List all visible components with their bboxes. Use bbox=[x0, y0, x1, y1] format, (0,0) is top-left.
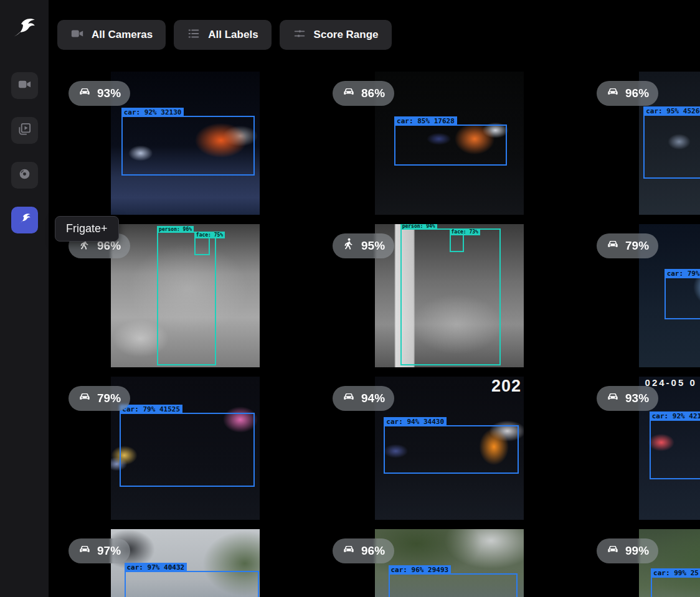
score-range-label: Score Range bbox=[314, 29, 379, 41]
detection-card: car: 79% 41525 79% bbox=[54, 377, 318, 520]
all-cameras-label: All Cameras bbox=[92, 29, 153, 41]
bbox-car: car: 79% 41525 bbox=[120, 413, 255, 487]
filter-bar: All Cameras All Labels Score Range bbox=[57, 20, 392, 50]
score-badge-label: 79% bbox=[97, 391, 121, 406]
bbox-car: car: 92% 4218 bbox=[650, 420, 700, 479]
camera-icon bbox=[17, 77, 32, 94]
car-icon bbox=[342, 390, 356, 407]
score-badge-label: 97% bbox=[97, 543, 121, 558]
detection-card: car: 85% 17628 86% bbox=[318, 72, 582, 215]
score-range-filter-button[interactable]: Score Range bbox=[280, 20, 392, 50]
car-icon bbox=[606, 542, 620, 560]
car-icon bbox=[78, 542, 92, 560]
bbox-car: car: 94% 34430 bbox=[384, 425, 519, 474]
bbox-label: car: 92% 32130 bbox=[121, 108, 184, 117]
sidebar-item-export[interactable] bbox=[11, 162, 38, 189]
score-badge-label: 99% bbox=[625, 543, 649, 558]
car-icon bbox=[606, 237, 620, 255]
detection-thumbnail[interactable]: person: 94%face: 73% bbox=[375, 224, 524, 367]
bbox-label: car: 99% 25 bbox=[651, 568, 700, 578]
bbox-label: car: 95% 45260 bbox=[643, 106, 700, 116]
bbox-label: person: 96% bbox=[157, 226, 194, 233]
camera-icon bbox=[70, 27, 84, 44]
tooltip-text: Frigate+ bbox=[66, 222, 108, 235]
detection-thumbnail[interactable]: car: 97% 40432 bbox=[111, 529, 260, 597]
car-icon bbox=[606, 85, 620, 102]
score-badge: 97% bbox=[69, 538, 130, 563]
detection-card: car: 99% 25 99% bbox=[582, 529, 700, 597]
score-badge: 79% bbox=[69, 386, 130, 411]
detection-card: car: 92% 32130 93% bbox=[54, 72, 318, 215]
bbox-label: car: 79% bbox=[665, 269, 700, 278]
detection-thumbnail[interactable]: car: 85% 17628 bbox=[375, 72, 524, 215]
score-badge-label: 86% bbox=[361, 86, 385, 101]
detection-card: car: 94% 34430202 94% bbox=[318, 377, 582, 520]
car-icon bbox=[78, 390, 92, 407]
detection-card: car: 92% 4218024-05 0 93% bbox=[582, 377, 700, 520]
score-badge: 93% bbox=[69, 81, 130, 106]
bbox-label: car: 96% 29493 bbox=[389, 565, 452, 575]
bbox-face: face: 73% bbox=[450, 234, 464, 252]
car-icon bbox=[606, 390, 620, 407]
timestamp-overlay: 202 bbox=[491, 377, 521, 396]
bbox-car: car: 92% 32130 bbox=[121, 116, 255, 176]
sidebar-item-review[interactable] bbox=[11, 117, 38, 144]
bbox-car: car: 96% 29493 bbox=[389, 573, 518, 597]
score-badge: 86% bbox=[333, 81, 394, 106]
score-badge-label: 94% bbox=[361, 391, 385, 406]
score-badge: 94% bbox=[333, 386, 394, 411]
person-icon bbox=[342, 237, 356, 255]
bbox-label: face: 73% bbox=[450, 228, 480, 235]
bbox-car: car: 95% 45260 bbox=[643, 115, 700, 179]
all-cameras-filter-button[interactable]: All Cameras bbox=[57, 20, 166, 50]
sidebar-item-frigate-plus[interactable] bbox=[11, 207, 38, 233]
frigate-plus-bird-icon bbox=[17, 212, 32, 228]
detection-thumbnail[interactable]: car: 96% 29493 bbox=[375, 529, 524, 597]
score-badge-label: 79% bbox=[625, 238, 649, 253]
car-icon bbox=[342, 85, 356, 102]
bbox-label: car: 79% 41525 bbox=[120, 405, 182, 414]
bbox-car: car: 99% 25 bbox=[651, 576, 700, 597]
sidebar-item-live[interactable] bbox=[11, 72, 38, 99]
detection-card: car: 95% 45260 96% bbox=[582, 72, 700, 215]
score-badge-label: 96% bbox=[625, 86, 649, 101]
score-badge: 96% bbox=[333, 538, 394, 563]
export-disc-icon bbox=[17, 167, 32, 184]
score-badge: 79% bbox=[597, 233, 658, 258]
frigate-logo bbox=[11, 15, 37, 46]
sliders-icon bbox=[293, 27, 306, 44]
score-badge-label: 93% bbox=[97, 86, 121, 101]
detection-card: car: 79% 79% bbox=[582, 224, 700, 367]
bbox-label: car: 92% 4218 bbox=[650, 411, 700, 421]
frigate-plus-tooltip: Frigate+ bbox=[55, 216, 119, 242]
all-labels-filter-button[interactable]: All Labels bbox=[174, 20, 271, 50]
sidebar bbox=[0, 0, 49, 597]
bbox-label: car: 85% 17628 bbox=[394, 116, 457, 126]
score-badge-label: 96% bbox=[361, 543, 385, 558]
detection-thumbnail[interactable]: car: 79% 41525 bbox=[111, 377, 260, 520]
bbox-label: car: 97% 40432 bbox=[125, 563, 187, 572]
score-badge-label: 95% bbox=[361, 238, 385, 253]
detection-card: car: 96% 29493 96% bbox=[318, 529, 582, 597]
review-icon bbox=[17, 122, 32, 139]
score-badge: 93% bbox=[597, 386, 658, 411]
car-icon bbox=[342, 542, 356, 560]
detection-thumbnail[interactable]: car: 94% 34430202 bbox=[375, 377, 524, 520]
frigate-plus-page: car: 92% 32130 93% car: 85% 17628 86% ca… bbox=[0, 0, 700, 597]
bbox-car: car: 79% bbox=[665, 277, 700, 319]
score-badge: 96% bbox=[597, 81, 658, 106]
detection-card: person: 96%face: 75% 96% bbox=[54, 224, 318, 367]
detections-grid: car: 92% 32130 93% car: 85% 17628 86% ca… bbox=[0, 0, 700, 597]
detection-card: car: 97% 40432 97% bbox=[54, 529, 318, 597]
list-icon bbox=[187, 27, 201, 44]
bbox-label: car: 94% 34430 bbox=[384, 417, 447, 426]
score-badge: 95% bbox=[333, 233, 394, 258]
detection-thumbnail[interactable]: car: 92% 32130 bbox=[111, 72, 260, 215]
all-labels-label: All Labels bbox=[208, 29, 258, 41]
bbox-car: car: 97% 40432 bbox=[125, 571, 260, 597]
score-badge: 99% bbox=[597, 538, 658, 563]
score-badge-label: 93% bbox=[625, 391, 649, 406]
detection-thumbnail[interactable]: person: 96%face: 75% bbox=[111, 224, 260, 367]
sidebar-nav bbox=[0, 72, 49, 233]
timestamp-overlay: 024-05 0 bbox=[645, 377, 697, 388]
